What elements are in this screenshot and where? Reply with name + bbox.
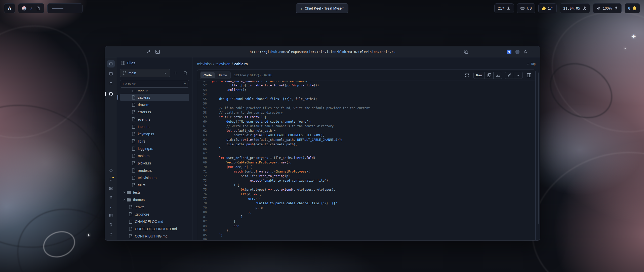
line-number[interactable]: 85 bbox=[197, 233, 212, 237]
line-number[interactable]: 70 bbox=[197, 165, 212, 169]
workspace-button[interactable] bbox=[107, 60, 115, 67]
tree-item-input.rs[interactable]: input.rs bbox=[120, 123, 189, 130]
line-number[interactable]: 58 bbox=[197, 110, 212, 115]
bitwarden-icon[interactable] bbox=[507, 50, 511, 54]
tree-item-tui.rs[interactable]: tui.rs bbox=[120, 181, 189, 189]
collapse-panel-icon[interactable] bbox=[121, 61, 125, 65]
tab-blame[interactable]: Blame bbox=[215, 72, 230, 78]
profile-icon[interactable] bbox=[147, 50, 151, 54]
tree-item-cable.rs[interactable]: cable.rs bbox=[120, 94, 189, 101]
tree-item-.gitignore[interactable]: .gitignore bbox=[120, 211, 189, 218]
copy-raw-button[interactable] bbox=[485, 72, 494, 79]
updates-module[interactable]: 217 bbox=[494, 3, 514, 13]
line-number[interactable]: 79 bbox=[197, 206, 212, 210]
line-number[interactable]: 62 bbox=[197, 128, 212, 133]
line-number[interactable]: 64 bbox=[197, 138, 212, 142]
bookmark-star-icon[interactable] bbox=[524, 50, 528, 54]
line-number[interactable]: 56 bbox=[197, 101, 212, 106]
alerts-button[interactable] bbox=[107, 176, 115, 183]
tree-item-themes[interactable]: themes bbox=[120, 196, 189, 203]
line-number[interactable]: 51 bbox=[197, 81, 212, 83]
fullscreen-button[interactable] bbox=[463, 72, 471, 79]
github-tab[interactable] bbox=[107, 90, 115, 98]
line-number[interactable]: 80 bbox=[197, 210, 212, 215]
color-scratchpad-button[interactable] bbox=[22, 6, 26, 11]
line-number[interactable]: 71 bbox=[197, 169, 212, 174]
line-number[interactable]: 57 bbox=[197, 106, 212, 110]
launcher-button[interactable]: A bbox=[4, 3, 15, 13]
line-number[interactable]: 60 bbox=[197, 119, 212, 124]
tab-code[interactable]: Code bbox=[200, 72, 215, 78]
page-scrollbar[interactable] bbox=[538, 73, 539, 224]
line-number[interactable]: 83 bbox=[197, 224, 212, 228]
clock-module[interactable]: 21:04:05 bbox=[560, 3, 590, 13]
tree-item-logging.rs[interactable]: logging.rs bbox=[120, 145, 189, 152]
edit-dropdown-button[interactable] bbox=[514, 72, 522, 79]
line-number[interactable]: 84 bbox=[197, 228, 212, 233]
line-number[interactable]: 55 bbox=[197, 97, 212, 101]
tree-item-.envrc[interactable]: .envrc bbox=[120, 203, 189, 211]
tree-item-Cargo.lock[interactable]: Cargo.lock bbox=[120, 240, 189, 241]
line-number[interactable]: 73 bbox=[197, 178, 212, 183]
back-to-top-link[interactable]: Top bbox=[527, 62, 536, 66]
breadcrumb-dir-link[interactable]: television bbox=[216, 62, 230, 66]
media-button[interactable]: ♪ bbox=[107, 203, 115, 210]
tree-item-event.rs[interactable]: event.rs bbox=[120, 116, 189, 123]
edit-button[interactable] bbox=[505, 72, 514, 79]
copy-url-icon[interactable] bbox=[464, 50, 468, 54]
weather-module[interactable]: 17° bbox=[538, 3, 557, 13]
music-scratchpad-button[interactable]: ♪ bbox=[30, 6, 32, 11]
panels-button[interactable] bbox=[107, 185, 115, 192]
search-tree-button[interactable] bbox=[182, 69, 189, 77]
line-number[interactable]: 81 bbox=[197, 215, 212, 219]
line-number[interactable]: 52 bbox=[197, 83, 212, 88]
notes-scratchpad-button[interactable] bbox=[36, 6, 40, 11]
line-number[interactable]: 86 bbox=[197, 237, 212, 240]
notifications-module[interactable]: 8 bbox=[625, 3, 640, 13]
extension-icon[interactable] bbox=[515, 50, 519, 54]
line-number[interactable]: 63 bbox=[197, 133, 212, 138]
tree-item-lib.rs[interactable]: lib.rs bbox=[120, 138, 189, 145]
tree-item-CONTRIBUTING.md[interactable]: CONTRIBUTING.md bbox=[120, 232, 189, 240]
branch-selector[interactable]: main bbox=[120, 69, 170, 77]
new-file-button[interactable] bbox=[172, 69, 180, 77]
line-number[interactable]: 72 bbox=[197, 174, 212, 178]
tree-item-errors.rs[interactable]: errors.rs bbox=[120, 108, 189, 116]
raw-button[interactable]: Raw bbox=[474, 72, 485, 79]
downloads-button[interactable] bbox=[107, 230, 115, 237]
line-number[interactable]: 53 bbox=[197, 88, 212, 92]
tree-item-main.rs[interactable]: main.rs bbox=[120, 152, 189, 159]
volume-module[interactable]: 100% bbox=[593, 3, 622, 13]
symbols-panel-button[interactable] bbox=[525, 72, 533, 79]
url-bar[interactable]: https://github.com/alexpasmantier/televi… bbox=[250, 50, 395, 54]
tree-item-picker.rs[interactable]: picker.rs bbox=[120, 159, 189, 167]
split-view-button[interactable] bbox=[107, 70, 115, 78]
tree-item-television.rs[interactable]: television.rs bbox=[120, 174, 189, 181]
tree-item-keymap.rs[interactable]: keymap.rs bbox=[120, 130, 189, 138]
line-number[interactable]: 74 bbox=[197, 183, 212, 187]
line-number[interactable]: 75 bbox=[197, 187, 212, 192]
line-number[interactable]: 54 bbox=[197, 92, 212, 97]
line-number[interactable]: 59 bbox=[197, 115, 212, 119]
now-playing-module[interactable]: ♪ Chief Keef - Treat Myself bbox=[296, 3, 348, 13]
line-number[interactable]: 69 bbox=[197, 160, 212, 165]
library-button[interactable] bbox=[107, 80, 115, 88]
tree-item-CHANGELOG.md[interactable]: CHANGELOG.md bbox=[120, 218, 189, 225]
line-number[interactable]: 68 bbox=[197, 156, 212, 160]
trash-button[interactable] bbox=[107, 221, 115, 228]
line-number[interactable]: 61 bbox=[197, 124, 212, 128]
line-number[interactable]: 66 bbox=[197, 147, 212, 151]
tree-item-draw.rs[interactable]: draw.rs bbox=[120, 101, 189, 108]
line-number[interactable]: 76 bbox=[197, 192, 212, 196]
tree-item-tests[interactable]: tests bbox=[120, 189, 189, 196]
tree-item-app.rs[interactable]: app.rs bbox=[120, 90, 189, 94]
line-number[interactable]: 77 bbox=[197, 196, 212, 201]
tree-item-CODE_OF_CONDUCT.md[interactable]: CODE_OF_CONDUCT.md bbox=[120, 225, 189, 232]
taskbar-module[interactable] bbox=[47, 3, 83, 13]
goto-file-box[interactable]: t bbox=[120, 80, 189, 88]
privacy-button[interactable] bbox=[107, 194, 115, 201]
line-number[interactable]: 65 bbox=[197, 142, 212, 147]
download-raw-button[interactable] bbox=[494, 72, 502, 79]
line-number[interactable]: 78 bbox=[197, 201, 212, 206]
goto-file-input[interactable] bbox=[123, 82, 181, 86]
